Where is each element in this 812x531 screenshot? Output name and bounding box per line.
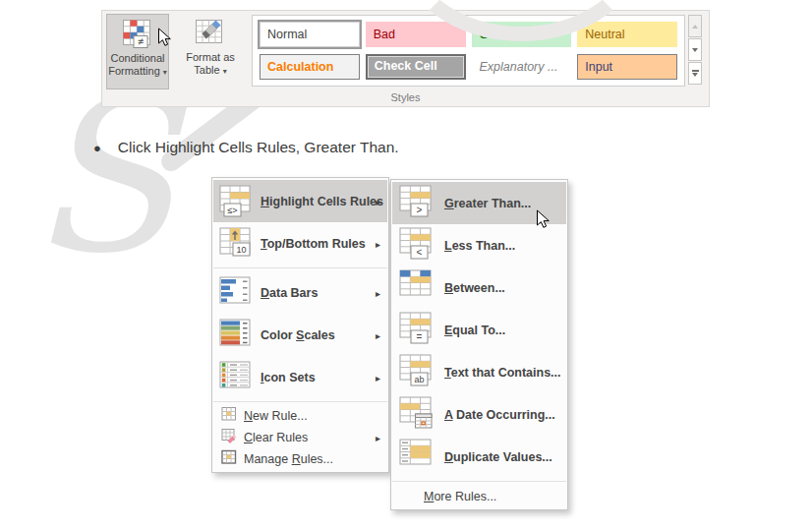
submenu-item-label: Text that Contains... — [444, 366, 561, 380]
ribbon-styles-group: ≠ Conditional Formatting ▾ Format as Tab… — [101, 10, 710, 107]
highlight-cells-rules-icon: ≤> — [219, 185, 255, 218]
duplicate-values-icon — [399, 439, 438, 476]
submenu-item-label: Between... — [444, 281, 505, 295]
conditional-formatting-label-line1: Conditional — [107, 52, 168, 65]
menu-item-label: Data Bars — [261, 286, 318, 300]
down-arrow-icon — [692, 48, 698, 52]
cell-styles-gallery: Normal Bad Good Neutral Calculation Chec… — [252, 15, 685, 87]
format-as-table-label-line2: Table ▾ — [171, 64, 250, 78]
menu-separator — [213, 267, 387, 268]
menu-item-icon-sets[interactable]: Icon Sets ▸ — [213, 356, 387, 398]
more-bar-icon — [692, 70, 699, 72]
svg-text:=: = — [417, 331, 423, 342]
submenu-item-label: More Rules... — [424, 490, 496, 503]
manage-rules-icon — [221, 449, 237, 469]
down-arrow-icon — [692, 73, 698, 77]
submenu-item-label: Less Than... — [444, 239, 515, 253]
fat-label-text: Table — [194, 64, 219, 76]
submenu-item-less-than[interactable]: < Less Than... — [392, 224, 566, 266]
styles-group-label: Styles — [102, 91, 709, 103]
submenu-item-equal-to[interactable]: = Equal To... — [392, 309, 566, 351]
not-equal-badge: ≠ — [138, 35, 144, 47]
gallery-scroll-up-button[interactable] — [688, 15, 702, 37]
menu-item-top-bottom-rules[interactable]: 10 Top/Bottom Rules ▸ — [213, 222, 387, 265]
menu-separator — [213, 401, 387, 402]
submenu-arrow-icon: ▸ — [376, 329, 380, 340]
mouse-cursor-icon — [536, 209, 551, 230]
menu-item-color-scales[interactable]: Color Scales ▸ — [213, 314, 387, 356]
menu-item-label: Icon Sets — [261, 371, 316, 384]
conditional-formatting-menu: ≤> Highlight Cells Rules ▸ 10 Top/Bottom… — [211, 177, 389, 473]
submenu-arrow-icon: ▸ — [376, 287, 380, 298]
format-as-table-icon — [195, 18, 226, 49]
less-than-icon: < — [399, 227, 438, 265]
bullet-icon: ● — [93, 142, 101, 154]
submenu-arrow-icon: ▸ — [376, 372, 380, 383]
style-neutral[interactable]: Neutral — [577, 22, 677, 47]
clear-rules-icon — [221, 428, 237, 447]
dropdown-arrow-icon: ▾ — [223, 67, 227, 76]
submenu-arrow-icon: ▸ — [376, 433, 380, 443]
style-check-cell[interactable]: Check Cell — [366, 54, 466, 80]
svg-text:10: 10 — [236, 245, 246, 255]
submenu-item-label: A Date Occurring... — [444, 408, 555, 422]
menu-item-clear-rules[interactable]: Clear Rules ▸ — [213, 427, 387, 448]
submenu-item-label: Greater Than... — [444, 197, 531, 210]
style-bad[interactable]: Bad — [366, 22, 466, 47]
color-scales-icon — [219, 319, 255, 352]
style-explanatory[interactable]: Explanatory ... — [472, 54, 572, 80]
new-rule-icon — [221, 406, 237, 426]
dropdown-arrow-icon: ▾ — [163, 68, 167, 77]
submenu-item-between[interactable]: Between... — [392, 266, 566, 309]
mouse-cursor-icon — [157, 28, 172, 48]
menu-item-label: Top/Bottom Rules — [261, 237, 366, 251]
submenu-item-label: Equal To... — [444, 324, 505, 337]
gallery-scroll-down-button[interactable] — [688, 38, 702, 61]
text-that-contains-icon: ab — [399, 354, 438, 391]
a-date-occurring-icon — [399, 396, 438, 434]
submenu-item-more-rules[interactable]: More Rules... — [392, 485, 566, 508]
menu-item-highlight-cells-rules[interactable]: ≤> Highlight Cells Rules ▸ — [213, 180, 387, 222]
menu-separator — [392, 481, 566, 482]
page: S ≠ Conditional Formatting ▾ — [0, 0, 812, 531]
menu-item-new-rule[interactable]: New Rule... — [213, 405, 387, 427]
submenu-item-a-date-occurring[interactable]: A Date Occurring... — [392, 393, 566, 436]
menu-item-label: Highlight Cells Rules — [261, 195, 383, 208]
between-icon — [399, 269, 438, 307]
greater-than-icon: > — [399, 185, 438, 222]
up-arrow-icon — [692, 25, 698, 29]
gallery-scrollbar — [688, 15, 702, 87]
equal-to-icon: = — [399, 312, 438, 349]
conditional-formatting-label-line2: Formatting ▾ — [107, 65, 168, 79]
menu-item-data-bars[interactable]: Data Bars ▸ — [213, 271, 387, 314]
cf-label-text: Formatting — [108, 65, 160, 77]
style-normal[interactable]: Normal — [260, 22, 360, 47]
conditional-formatting-button[interactable]: ≠ Conditional Formatting ▾ — [106, 14, 169, 89]
instruction-line: ● Click Highlight Cells Rules, Greater T… — [93, 139, 399, 156]
svg-text:ab: ab — [414, 375, 424, 384]
submenu-arrow-icon: ▸ — [376, 238, 380, 249]
svg-text:≤>: ≤> — [227, 206, 237, 215]
submenu-item-label: Duplicate Values... — [444, 450, 552, 464]
format-as-table-button[interactable]: Format as Table ▾ — [171, 14, 250, 89]
submenu-item-duplicate-values[interactable]: Duplicate Values... — [392, 436, 566, 478]
gallery-more-button[interactable] — [688, 62, 702, 85]
instruction-text: Click Highlight Cells Rules, Greater Tha… — [118, 139, 399, 156]
menu-item-label: Color Scales — [261, 328, 335, 342]
style-good[interactable]: Good — [472, 22, 572, 47]
top-bottom-rules-icon: 10 — [219, 227, 255, 261]
icon-sets-icon — [219, 361, 255, 394]
menu-item-label: Clear Rules — [244, 431, 308, 444]
style-calculation[interactable]: Calculation — [260, 54, 360, 80]
menu-item-label: New Rule... — [244, 409, 308, 423]
format-as-table-label-line1: Format as — [171, 51, 250, 64]
submenu-arrow-icon: ▸ — [376, 196, 380, 206]
conditional-formatting-icon: ≠ — [122, 19, 153, 50]
data-bars-icon — [219, 276, 255, 310]
menu-item-label: Manage Rules... — [244, 452, 333, 466]
menu-item-manage-rules[interactable]: Manage Rules... — [213, 448, 387, 470]
submenu-item-text-that-contains[interactable]: ab Text that Contains... — [392, 351, 566, 393]
svg-text:>: > — [417, 205, 423, 215]
style-input[interactable]: Input — [577, 54, 677, 80]
svg-text:<: < — [417, 247, 423, 258]
